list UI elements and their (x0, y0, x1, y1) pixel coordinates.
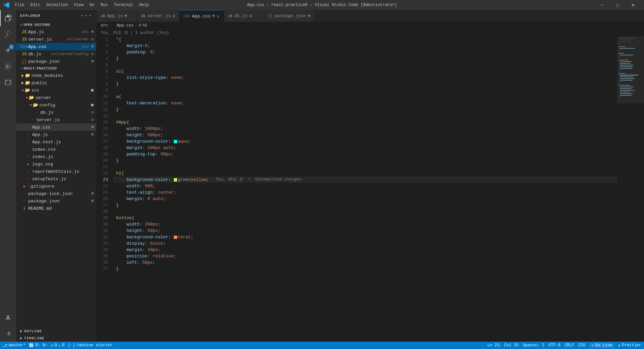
code-line-24: width: 90%; (113, 183, 617, 189)
tree-app-test-js[interactable]: ⬝ App.test.js (16, 138, 96, 146)
spaces-label: Spaces: 2 (523, 343, 544, 348)
status-position[interactable]: Ln 23, Col 33 (487, 343, 519, 348)
open-editor-app-css-badge: M (91, 45, 94, 49)
activity-extensions[interactable] (0, 74, 16, 91)
tab-app-css-close[interactable]: ✕ (217, 13, 219, 19)
tree-logo-svg-name: logo.svg (32, 162, 96, 167)
menu-terminal[interactable]: Terminal (111, 2, 136, 8)
tab-app-css[interactable]: CSS App.css M ✕ (179, 10, 224, 22)
maximize-button[interactable]: ☐ (610, 0, 625, 10)
code-line-20: } (113, 157, 617, 164)
minimap[interactable] (617, 36, 644, 342)
code-line-29: button{ (113, 215, 617, 221)
menu-bar: File Edit Selection View Go Run Terminal… (12, 2, 152, 8)
open-editor-app-js[interactable]: JS App.js src M (16, 28, 96, 36)
activity-run[interactable] (0, 58, 16, 74)
tree-db-js[interactable]: ⬝ db.js U (16, 109, 96, 116)
breadcrumb-src[interactable]: src (101, 23, 108, 28)
status-spaces[interactable]: Spaces: 2 (523, 343, 544, 348)
tree-db-js-badge: U (91, 110, 94, 114)
project-section[interactable]: ▾ REACT-PRACTICE0 (16, 65, 96, 72)
code-line-36: left: 50px; (113, 259, 617, 266)
close-button[interactable]: ✕ (625, 0, 641, 10)
code-property: background-color (116, 138, 168, 145)
menu-help[interactable]: Help (137, 2, 152, 8)
status-prettier[interactable]: ✔ Prettier (618, 343, 641, 348)
minimize-button[interactable]: – (594, 0, 610, 10)
tree-index-css[interactable]: ⬝ index.css (16, 146, 96, 153)
code-line-26: margin: 0 auto; (113, 196, 617, 202)
tab-bar: JS App.js M JS server.js U CSS App.css M… (97, 10, 644, 22)
activity-source-control[interactable]: 6 (0, 42, 16, 58)
activity-search[interactable] (0, 26, 16, 42)
menu-go[interactable]: Go (87, 2, 97, 8)
status-language[interactable]: CSS (578, 343, 586, 348)
tab-app-js[interactable]: JS App.js M (97, 10, 137, 22)
tab-db-js[interactable]: JS db.js U (224, 10, 264, 22)
js-icon-server: JS (21, 37, 27, 42)
status-branch[interactable]: ⎇ master* (3, 343, 25, 348)
tree-logo-svg[interactable]: ✦ logo.svg (16, 160, 96, 168)
md-file-icon: ℹ (21, 206, 27, 211)
tab-server-js[interactable]: JS server.js U (137, 10, 179, 22)
menu-run[interactable]: Run (98, 2, 111, 8)
status-sync[interactable]: 🔄 0↓ 0↑ (29, 343, 47, 348)
tree-node-modules[interactable]: ▶ 📁 node_modules (16, 72, 96, 79)
tree-package-json[interactable]: ⬝ package.json M (16, 197, 96, 205)
tree-index-js[interactable]: ⬝ index.js (16, 153, 96, 160)
tree-src[interactable]: ▾ 📂 src (16, 87, 96, 94)
open-editor-db-js-name: db.js (28, 52, 51, 57)
status-tabnine[interactable]: {·} tabnine starter (68, 343, 113, 348)
open-editor-app-css[interactable]: ✕ CSS App.css src M (16, 43, 96, 50)
activity-settings[interactable] (0, 326, 16, 342)
breadcrumb-selector[interactable]: h1 (143, 23, 147, 28)
menu-file[interactable]: File (12, 2, 27, 8)
tree-setup-tests[interactable]: ⬝ setupTests.js (16, 175, 96, 183)
open-editor-db-js[interactable]: JS db.js src\server\config U (16, 50, 96, 58)
code-editor[interactable]: 1234567891011121314151617181920212223242… (97, 36, 644, 342)
status-go-live[interactable]: ⚡ Go Live (590, 343, 614, 348)
breadcrumb-file[interactable]: App.css (117, 23, 133, 28)
open-editor-package-json[interactable]: {} package.json M (16, 58, 96, 65)
tree-gitignore[interactable]: ◈ .gitignore (16, 183, 96, 190)
line-number-3: 3 (97, 49, 111, 55)
code-line-37: } (113, 266, 617, 272)
menu-edit[interactable]: Edit (28, 2, 43, 8)
tab-package-json-badge: M (308, 14, 310, 18)
outline-section[interactable]: ▶ OUTLINE (16, 328, 96, 335)
sidebar-more-button[interactable]: ··· (80, 13, 92, 19)
code-selector: h1{ (116, 170, 124, 177)
status-encoding[interactable]: UTF-8 (548, 343, 560, 348)
timeline-section[interactable]: ▶ TIMELINE (16, 335, 96, 342)
open-editors-section[interactable]: ▾ OPEN EDITORS (16, 21, 96, 28)
tree-app-css[interactable]: ⬝ App.css M (16, 123, 96, 131)
json-icon: {} (21, 59, 27, 64)
tree-public[interactable]: ▶ 📁 public (16, 79, 96, 87)
color-swatch (174, 178, 177, 182)
folder-icon-node-modules: ▶ (21, 73, 24, 78)
menu-view[interactable]: View (71, 2, 86, 8)
tree-report-web-vitals[interactable]: ⬝ reportWebVitals.js (16, 168, 96, 175)
code-content[interactable]: *{ margin:0; padding: 0;}ul{ list-style-… (113, 36, 617, 342)
code-line-13 (113, 113, 617, 119)
tree-app-js[interactable]: ⬝ App.js M (16, 131, 96, 138)
menu-selection[interactable]: Selection (44, 2, 71, 8)
tree-package-lock-json[interactable]: ⬝ package-lock.json M (16, 190, 96, 197)
tab-db-js-label: db.js (234, 13, 248, 18)
timeline-label: TIMELINE (24, 336, 45, 340)
tree-readme-md[interactable]: ℹ README.md (16, 205, 96, 212)
activity-accounts[interactable] (0, 309, 16, 326)
code-value: : 1000px; (140, 126, 163, 132)
status-line-ending[interactable]: CRLF (565, 343, 574, 348)
tab-package-json[interactable]: {} package.json M (264, 10, 315, 22)
status-errors[interactable]: ✕ 0 ⚠ 0 (51, 343, 64, 348)
code-line-9 (113, 87, 617, 94)
code-property: background-color (116, 234, 168, 240)
tree-server-js[interactable]: ⬝ server.js U (16, 116, 96, 123)
activity-explorer[interactable] (0, 10, 16, 26)
code-property: width (116, 221, 140, 228)
tree-server[interactable]: ▾ 📂 server (16, 94, 96, 101)
tree-config[interactable]: ▾ 📂 config (16, 101, 96, 109)
open-editor-server-js[interactable]: JS server.js src\server U (16, 36, 96, 43)
code-colon: : (168, 234, 171, 240)
